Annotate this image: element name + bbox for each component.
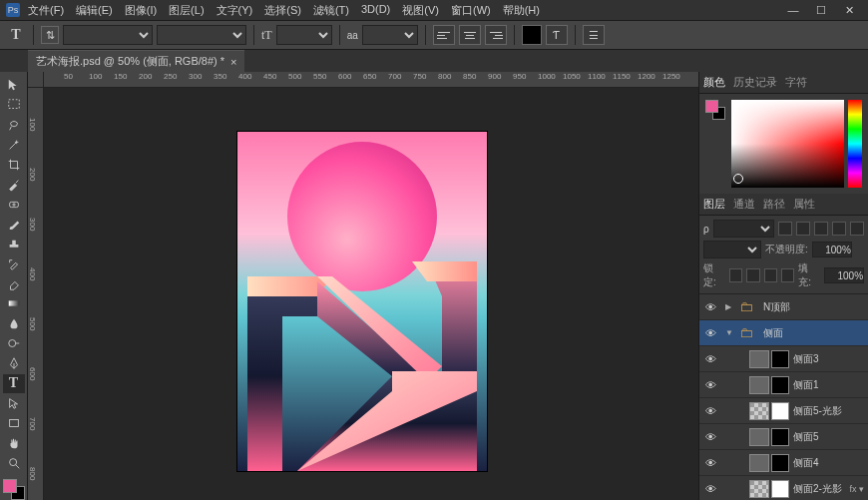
visibility-icon[interactable]: 👁 [703, 405, 717, 417]
blend-mode-select[interactable]: 穿透 [703, 241, 761, 258]
align-left-button[interactable] [433, 25, 455, 45]
horizontal-ruler[interactable]: 5010015020025030035040045050055060065070… [44, 72, 698, 88]
antialias-select[interactable]: 锐利 [362, 25, 418, 45]
move-tool[interactable] [3, 76, 25, 95]
visibility-icon[interactable]: 👁 [703, 483, 717, 495]
magic-wand-tool[interactable] [3, 136, 25, 155]
menu-item[interactable]: 文件(F) [22, 1, 70, 20]
minimize-button[interactable]: — [780, 2, 806, 18]
maximize-button[interactable]: ☐ [808, 2, 834, 19]
character-panel-button[interactable]: ☰ [583, 25, 605, 45]
filter-smart-icon[interactable] [850, 222, 864, 236]
eyedropper-tool[interactable] [3, 176, 25, 195]
filter-pixel-icon[interactable] [778, 222, 792, 236]
lock-all-icon[interactable] [781, 268, 794, 282]
svg-rect-2 [8, 301, 19, 306]
character-tab[interactable]: 字符 [785, 75, 807, 90]
channels-tab[interactable]: 通道 [733, 197, 755, 212]
layer-row[interactable]: 👁侧面5 [699, 424, 868, 450]
layer-group-row[interactable]: 👁▼🗀侧面 [699, 320, 868, 346]
menu-item[interactable]: 窗口(W) [445, 1, 497, 20]
stamp-tool[interactable] [3, 235, 25, 253]
layer-group-row[interactable]: 👁▶🗀N顶部 [699, 294, 868, 320]
text-tool[interactable]: T [3, 374, 25, 393]
disclosure-icon[interactable]: ▶ [725, 302, 735, 311]
healing-tool[interactable] [3, 195, 25, 214]
panel-color-swatches[interactable] [705, 100, 725, 120]
blur-tool[interactable] [3, 314, 25, 333]
menu-item[interactable]: 选择(S) [258, 1, 307, 20]
visibility-icon[interactable]: 👁 [703, 457, 717, 469]
lock-transparent-icon[interactable] [729, 268, 742, 282]
vertical-ruler[interactable]: 100200300400500600700800 [28, 88, 44, 500]
pen-tool[interactable] [3, 354, 25, 373]
color-tab[interactable]: 颜色 [703, 75, 725, 90]
history-brush-tool[interactable] [3, 254, 25, 273]
color-swatches[interactable] [3, 479, 25, 500]
visibility-icon[interactable]: 👁 [703, 353, 717, 365]
filter-shape-icon[interactable] [832, 222, 846, 236]
menu-item[interactable]: 图像(I) [119, 1, 163, 20]
fx-badge[interactable]: fx ▾ [849, 484, 864, 494]
align-right-button[interactable] [485, 25, 507, 45]
menu-item[interactable]: 帮助(H) [497, 1, 546, 20]
menu-bar: Ps 文件(F)编辑(E)图像(I)图层(L)文字(Y)选择(S)滤镜(T)3D… [0, 0, 868, 20]
eraser-tool[interactable] [3, 274, 25, 293]
layer-row[interactable]: 👁侧面5-光影 [699, 398, 868, 424]
layer-list[interactable]: 👁▶🗀N顶部👁▼🗀侧面👁侧面3👁侧面1👁侧面5-光影👁侧面5👁侧面4👁侧面2-光… [699, 294, 868, 500]
crop-tool[interactable] [3, 156, 25, 175]
layer-row[interactable]: 👁侧面2-光影fx ▾ [699, 476, 868, 500]
align-center-button[interactable] [459, 25, 481, 45]
text-orientation-toggle[interactable]: ⇅ [41, 26, 59, 44]
menu-item[interactable]: 编辑(E) [70, 1, 119, 20]
close-window-button[interactable]: ✕ [836, 2, 862, 19]
color-panel-tabs: 颜色 历史记录 字符 [699, 72, 868, 94]
properties-tab[interactable]: 属性 [793, 197, 815, 212]
lasso-tool[interactable] [3, 116, 25, 135]
menu-item[interactable]: 滤镜(T) [307, 1, 355, 20]
gradient-tool[interactable] [3, 294, 25, 313]
brush-tool[interactable] [3, 215, 25, 234]
hue-slider[interactable] [848, 100, 862, 188]
disclosure-icon[interactable]: ▼ [725, 328, 735, 337]
canvas-artwork [237, 132, 487, 471]
text-color-swatch[interactable] [522, 25, 542, 45]
menu-item[interactable]: 文字(Y) [211, 1, 259, 20]
ruler-origin[interactable] [28, 72, 44, 88]
layer-row[interactable]: 👁侧面4 [699, 450, 868, 476]
layer-row[interactable]: 👁侧面3 [699, 346, 868, 372]
color-field[interactable] [731, 100, 844, 188]
menu-item[interactable]: 图层(L) [163, 1, 210, 20]
filter-adjust-icon[interactable] [796, 222, 810, 236]
visibility-icon[interactable]: 👁 [703, 431, 717, 443]
dodge-tool[interactable] [3, 334, 25, 353]
zoom-tool[interactable] [3, 453, 25, 472]
layer-row[interactable]: 👁侧面1 [699, 372, 868, 398]
font-style-select[interactable]: Medium [157, 25, 246, 45]
history-tab[interactable]: 历史记录 [733, 75, 777, 90]
filter-text-icon[interactable] [814, 222, 828, 236]
marquee-tool[interactable] [3, 96, 25, 115]
document-tab[interactable]: 艺术海报.psd @ 50% (侧面, RGB/8#) * × [28, 50, 244, 72]
canvas-area[interactable]: 5010015020025030035040045050055060065070… [28, 72, 698, 500]
visibility-icon[interactable]: 👁 [703, 379, 717, 391]
close-tab-icon[interactable]: × [230, 56, 236, 68]
menu-item[interactable]: 视图(V) [396, 1, 445, 20]
warp-text-button[interactable]: Ƭ [546, 25, 568, 45]
menu-item[interactable]: 3D(D) [355, 1, 396, 20]
hand-tool[interactable] [3, 433, 25, 452]
rectangle-tool[interactable] [3, 413, 25, 432]
layer-kind-filter[interactable]: 类型 [713, 220, 774, 238]
font-family-select[interactable]: 思源黑体 [63, 25, 153, 45]
layers-tab[interactable]: 图层 [703, 197, 725, 212]
lock-pixels-icon[interactable] [746, 268, 759, 282]
visibility-icon[interactable]: 👁 [703, 301, 717, 313]
opacity-input[interactable] [812, 242, 852, 257]
paths-tab[interactable]: 路径 [763, 197, 785, 212]
visibility-icon[interactable]: 👁 [703, 327, 717, 339]
lock-position-icon[interactable] [764, 268, 777, 282]
fill-input[interactable] [824, 267, 864, 283]
font-size-select[interactable]: 10 点 [276, 25, 332, 45]
layer-name: 侧面1 [793, 378, 819, 392]
path-select-tool[interactable] [3, 394, 25, 413]
